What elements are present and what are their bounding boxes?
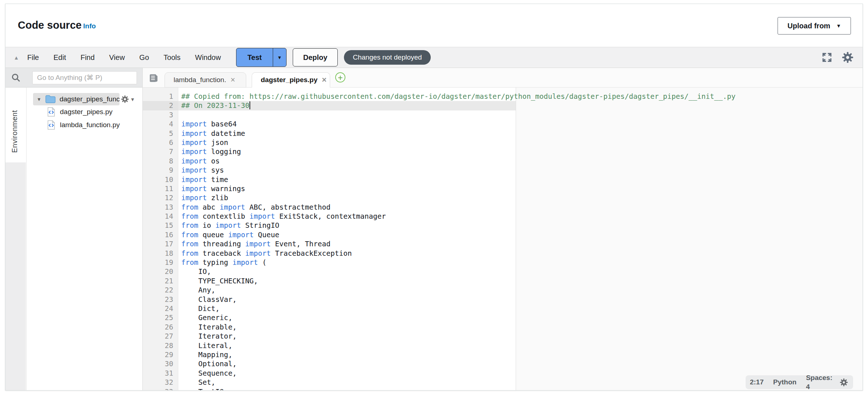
line-text: import warnings <box>178 184 245 193</box>
line-number[interactable]: 12 <box>143 193 178 202</box>
menu-tools[interactable]: Tools <box>163 53 181 62</box>
line-number[interactable]: 17 <box>143 239 178 248</box>
code-editor[interactable]: 1## Copied from: https://raw.githubuserc… <box>143 88 863 390</box>
line-number[interactable]: 16 <box>143 230 178 239</box>
code-line[interactable]: 1## Copied from: https://raw.githubuserc… <box>143 92 863 101</box>
search-input[interactable] <box>32 71 137 84</box>
code-line[interactable]: 20 IO, <box>143 267 863 276</box>
test-dropdown-button[interactable]: ▼ <box>273 48 286 66</box>
code-line[interactable]: 23 ClassVar, <box>143 295 863 304</box>
tree-row-file[interactable]: lambda_function.py <box>27 119 142 131</box>
line-number[interactable]: 10 <box>143 175 178 184</box>
code-line[interactable]: 12import zlib <box>143 193 863 202</box>
line-number[interactable]: 3 <box>143 110 178 120</box>
code-line[interactable]: 24 Dict, <box>143 304 863 313</box>
menu-find[interactable]: Find <box>81 53 95 62</box>
line-number[interactable]: 18 <box>143 249 178 258</box>
new-tab-plus-icon[interactable]: + <box>335 72 345 82</box>
code-line[interactable]: 7import logging <box>143 147 863 156</box>
code-line[interactable]: 14from contextlib import ExitStack, cont… <box>143 212 863 221</box>
line-number[interactable]: 6 <box>143 138 178 147</box>
line-number[interactable]: 29 <box>143 350 178 359</box>
code-line[interactable]: 21 TYPE_CHECKING, <box>143 276 863 286</box>
editor-settings-gear-icon[interactable] <box>839 377 849 387</box>
line-number[interactable]: 15 <box>143 221 178 230</box>
menu-go[interactable]: Go <box>139 53 149 62</box>
line-text: TYPE_CHECKING, <box>178 276 258 286</box>
code-line[interactable]: 17from threading import Event, Thread <box>143 239 863 248</box>
menu-view[interactable]: View <box>109 53 125 62</box>
line-number[interactable]: 5 <box>143 129 178 138</box>
code-line[interactable]: 8import os <box>143 157 863 166</box>
tab-lambda-function[interactable]: lambda_function. × <box>165 72 246 88</box>
code-line[interactable]: 27 Iterator, <box>143 332 863 341</box>
close-icon[interactable]: × <box>231 76 235 84</box>
code-line[interactable]: 2## On 2023-11-30 <box>143 101 863 110</box>
line-number[interactable]: 20 <box>143 267 178 276</box>
code-line[interactable]: 30 Optional, <box>143 359 863 368</box>
menu-window[interactable]: Window <box>195 53 221 62</box>
line-number[interactable]: 26 <box>143 323 178 332</box>
menu-file[interactable]: File <box>27 53 39 62</box>
code-line[interactable]: 9import sys <box>143 166 863 175</box>
line-number[interactable]: 24 <box>143 304 178 313</box>
line-number[interactable]: 19 <box>143 258 178 267</box>
line-number[interactable]: 9 <box>143 166 178 175</box>
line-number[interactable]: 13 <box>143 203 178 212</box>
code-line[interactable]: 15from io import StringIO <box>143 221 863 230</box>
line-number[interactable]: 14 <box>143 212 178 221</box>
code-line[interactable]: 22 Any, <box>143 286 863 295</box>
close-icon[interactable]: × <box>322 76 326 84</box>
fullscreen-icon[interactable] <box>821 52 833 63</box>
line-number[interactable]: 23 <box>143 295 178 304</box>
chevron-down-icon: ▼ <box>277 55 282 60</box>
line-number[interactable]: 22 <box>143 286 178 295</box>
line-number[interactable]: 31 <box>143 369 178 378</box>
line-number[interactable]: 8 <box>143 157 178 166</box>
code-line[interactable]: 6import json <box>143 138 863 147</box>
code-line[interactable]: 10import time <box>143 175 863 184</box>
collapse-panel-icon[interactable]: ▲ <box>5 54 27 61</box>
code-line[interactable]: 16from queue import Queue <box>143 230 863 239</box>
indentation-setting[interactable]: Spaces: 4 <box>806 373 832 390</box>
cursor-position[interactable]: 2:17 <box>750 377 764 387</box>
folder-label: dagster_pipes_funct <box>60 95 119 103</box>
line-number[interactable]: 25 <box>143 313 178 322</box>
line-number[interactable]: 21 <box>143 276 178 286</box>
code-line[interactable]: 28 Literal, <box>143 341 863 350</box>
code-line[interactable]: 18from traceback import TracebackExcepti… <box>143 249 863 258</box>
tab-dagster-pipes[interactable]: dagster_pipes.py × <box>252 72 330 88</box>
line-number[interactable]: 11 <box>143 184 178 193</box>
code-line[interactable]: 26 Iterable, <box>143 323 863 332</box>
language-mode[interactable]: Python <box>773 377 796 387</box>
line-number[interactable]: 27 <box>143 332 178 341</box>
test-split-button[interactable]: Test ▼ <box>236 48 287 67</box>
info-link[interactable]: Info <box>83 22 96 30</box>
code-line[interactable]: 4import base64 <box>143 120 863 129</box>
line-number[interactable]: 30 <box>143 359 178 368</box>
line-number[interactable]: 4 <box>143 120 178 129</box>
upload-from-button[interactable]: Upload from ▼ <box>778 17 851 35</box>
code-line[interactable]: 13from abc import ABC, abstractmethod <box>143 203 863 212</box>
menu-edit[interactable]: Edit <box>53 53 66 62</box>
test-button[interactable]: Test <box>236 48 273 66</box>
caret-down-icon[interactable]: ▼ <box>37 97 41 102</box>
deploy-button[interactable]: Deploy <box>293 48 338 66</box>
folder-settings-control[interactable]: ▾ <box>120 94 134 104</box>
settings-gear-icon[interactable] <box>841 50 855 64</box>
tab-list-icon[interactable] <box>149 73 159 83</box>
code-line[interactable]: 19from typing import ( <box>143 258 863 267</box>
line-number[interactable]: 28 <box>143 341 178 350</box>
line-number[interactable]: 1 <box>143 92 178 101</box>
line-number[interactable]: 33 <box>143 387 178 391</box>
code-line[interactable]: 29 Mapping, <box>143 350 863 359</box>
code-line[interactable]: 5import datetime <box>143 129 863 138</box>
code-line[interactable]: 11import warnings <box>143 184 863 193</box>
code-line[interactable]: 25 Generic, <box>143 313 863 322</box>
line-number[interactable]: 2 <box>143 101 178 110</box>
line-number[interactable]: 7 <box>143 147 178 156</box>
tree-row-folder[interactable]: ▼ dagster_pipes_funct <box>27 93 142 105</box>
code-line[interactable]: 3 <box>143 110 863 120</box>
tree-row-file[interactable]: dagster_pipes.py <box>27 106 142 118</box>
line-number[interactable]: 32 <box>143 378 178 387</box>
